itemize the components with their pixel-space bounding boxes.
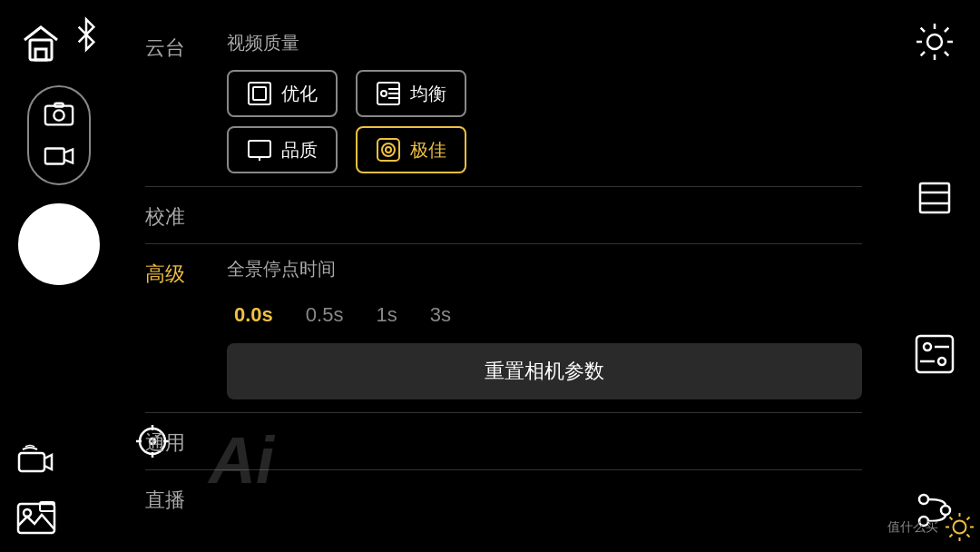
- time-1s[interactable]: 1s: [368, 300, 404, 330]
- svg-point-22: [938, 358, 946, 365]
- calibrate-label[interactable]: 校准: [145, 200, 209, 231]
- svg-point-25: [919, 495, 928, 504]
- gimbal-content: 视频质量 优化: [227, 31, 862, 173]
- bluetooth-button[interactable]: [68, 16, 104, 53]
- panorama-title: 全景停点时间: [227, 257, 862, 281]
- bottom-right-brand: 值什么买: [887, 511, 975, 543]
- svg-point-41: [954, 521, 966, 534]
- quality-label: 品质: [281, 138, 318, 163]
- reset-camera-button[interactable]: 重置相机参数: [227, 343, 862, 399]
- svg-point-16: [927, 34, 942, 49]
- settings-button[interactable]: [910, 16, 960, 66]
- svg-point-14: [24, 509, 31, 517]
- balance-label: 均衡: [410, 82, 446, 106]
- general-label[interactable]: 通用: [145, 426, 209, 457]
- home-button[interactable]: [14, 16, 68, 71]
- optimize-icon: [247, 81, 272, 106]
- svg-line-46: [950, 518, 953, 520]
- balance-option[interactable]: 均衡: [356, 70, 466, 117]
- svg-point-39: [382, 143, 395, 156]
- gallery-button[interactable]: [12, 493, 62, 543]
- camera-mode-toggle[interactable]: [27, 85, 91, 185]
- menu-item-gimbal: 云台 视频质量 优化: [145, 18, 862, 187]
- svg-point-40: [386, 147, 391, 153]
- params-button[interactable]: [910, 330, 960, 380]
- svg-line-47: [967, 535, 970, 537]
- time-3s[interactable]: 3s: [423, 300, 458, 330]
- svg-rect-2: [45, 105, 73, 124]
- time-options-row: 0.0s 0.5s 1s 3s: [227, 296, 862, 330]
- quality-icon: [247, 137, 272, 163]
- wifi-camera-button[interactable]: [14, 439, 57, 488]
- svg-rect-28: [249, 83, 270, 104]
- svg-rect-5: [45, 148, 64, 163]
- svg-point-3: [54, 110, 64, 120]
- svg-line-48: [967, 518, 970, 520]
- svg-point-21: [924, 343, 931, 350]
- advanced-label[interactable]: 高级: [145, 257, 209, 288]
- menu-item-advanced: 高级 全景停点时间 0.0s 0.5s 1s 3s 重置相机参数: [145, 244, 862, 413]
- left-sidebar: [0, 0, 118, 552]
- optimize-option[interactable]: 优化: [227, 70, 338, 117]
- best-label: 极佳: [410, 138, 446, 163]
- ai-watermark: Ai: [209, 428, 274, 493]
- shutter-button[interactable]: [18, 203, 100, 285]
- quality-options-row2: 品质 极佳: [227, 126, 862, 173]
- sun-icon: [944, 511, 975, 543]
- video-quality-title: 视频质量: [227, 31, 862, 55]
- svg-rect-29: [253, 87, 266, 100]
- balance-icon: [376, 81, 401, 106]
- menu-item-calibrate: 校准: [145, 187, 862, 244]
- svg-rect-35: [249, 141, 270, 157]
- svg-rect-38: [377, 139, 399, 161]
- right-sidebar: [889, 0, 980, 552]
- svg-rect-13: [18, 504, 54, 533]
- frame-button[interactable]: [910, 172, 960, 222]
- video-mode-icon[interactable]: [43, 140, 75, 172]
- quality-options-row1: 优化 均衡: [227, 70, 862, 117]
- time-0s[interactable]: 0.0s: [227, 300, 280, 330]
- svg-point-31: [381, 91, 387, 96]
- best-option[interactable]: 极佳: [356, 126, 466, 173]
- advanced-content: 全景停点时间 0.0s 0.5s 1s 3s 重置相机参数: [227, 257, 862, 399]
- svg-rect-17: [920, 183, 949, 212]
- brand-text: 值什么买: [887, 519, 938, 536]
- svg-line-49: [950, 535, 953, 537]
- gimbal-label[interactable]: 云台: [145, 31, 209, 62]
- optimize-label: 优化: [281, 82, 318, 106]
- quality-option[interactable]: 品质: [227, 126, 338, 173]
- best-icon: [376, 137, 401, 163]
- time-0-5s[interactable]: 0.5s: [299, 300, 351, 330]
- svg-rect-6: [19, 453, 44, 471]
- photo-mode-icon[interactable]: [43, 99, 75, 132]
- left-bottom-icons: [0, 439, 118, 543]
- svg-rect-20: [916, 336, 953, 372]
- svg-rect-1: [35, 49, 46, 60]
- live-label[interactable]: 直播: [145, 483, 209, 514]
